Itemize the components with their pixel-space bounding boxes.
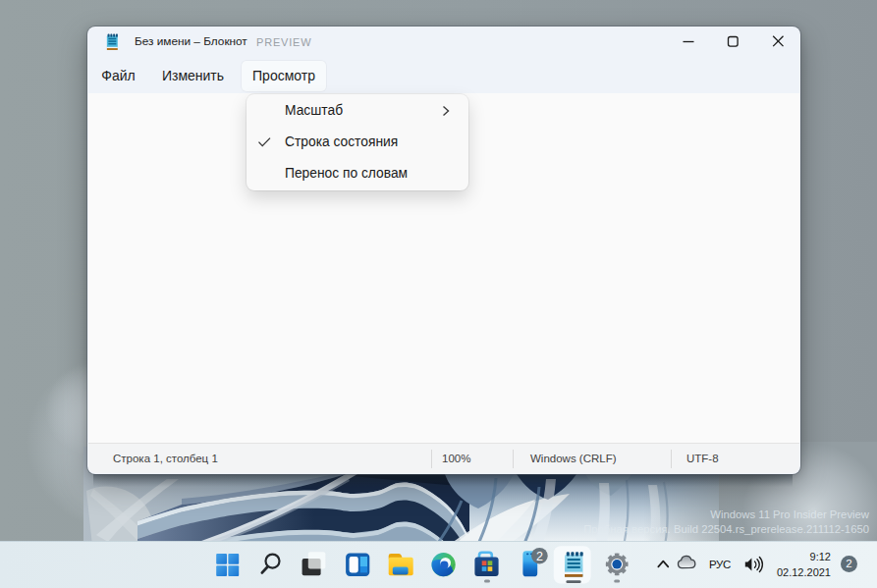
svg-text:2: 2 [536,550,543,563]
